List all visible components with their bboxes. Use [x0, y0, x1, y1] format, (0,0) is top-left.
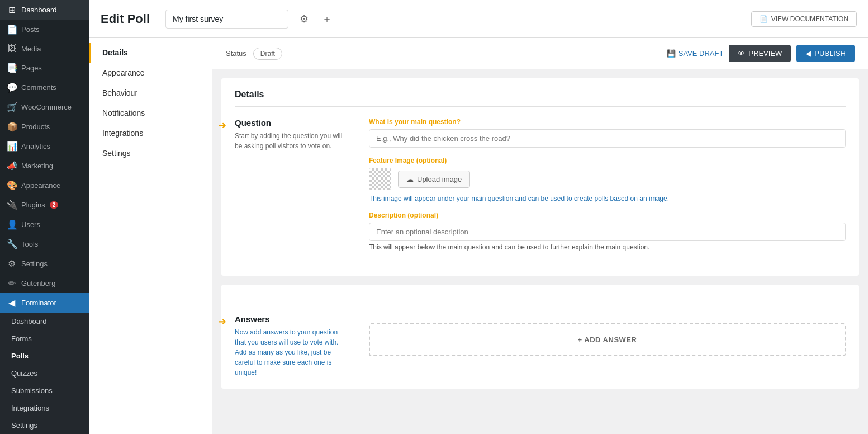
- sidebar-label-media: Media: [21, 45, 41, 53]
- left-nav-label-integrations: Integrations: [102, 129, 143, 138]
- description-field-label: Description (optional): [369, 211, 846, 219]
- image-placeholder: [369, 168, 391, 190]
- status-bar: Status Draft 💾 SAVE DRAFT 👁 PREVIEW ◀ PU…: [212, 38, 868, 69]
- sidebar-item-forminator[interactable]: ◀Forminator: [0, 293, 89, 313]
- answers-section: ➜ Answers Now add answers to your questi…: [221, 285, 859, 389]
- sidebar-sub-item-sub-integrations[interactable]: Integrations: [0, 399, 89, 417]
- sidebar-sub-item-sub-dashboard[interactable]: Dashboard: [0, 313, 89, 330]
- sub-label-sub-quizzes: Quizzes: [11, 369, 37, 378]
- feature-image-area: Feature Image (optional) ☁ Upload image …: [369, 157, 846, 202]
- comments-icon: 💬: [7, 82, 17, 93]
- sidebar-sub-item-sub-quizzes[interactable]: Quizzes: [0, 365, 89, 382]
- content-area: DetailsAppearanceBehaviourNotificationsI…: [89, 38, 868, 434]
- details-section: Details ➜ Question Start by adding the q…: [221, 78, 859, 276]
- left-nav-label-settings: Settings: [102, 149, 131, 158]
- woocommerce-icon: 🛒: [7, 102, 17, 112]
- section-divider: [235, 305, 846, 305]
- upload-image-button[interactable]: ☁ Upload image: [398, 171, 470, 188]
- users-icon: 👤: [7, 219, 17, 230]
- top-header: Edit Poll ⚙ ＋ 📄 VIEW DOCUMENTATION: [89, 0, 868, 38]
- sidebar-item-posts[interactable]: 📄Posts: [0, 20, 89, 39]
- analytics-icon: 📊: [7, 141, 17, 152]
- status-badge: Draft: [253, 48, 282, 60]
- sidebar-item-plugins[interactable]: 🔌Plugins2: [0, 195, 89, 215]
- left-nav-item-settings[interactable]: Settings: [89, 143, 212, 163]
- sidebar-item-woocommerce[interactable]: 🛒WooCommerce: [0, 97, 89, 117]
- left-nav-item-behaviour[interactable]: Behaviour: [89, 83, 212, 103]
- answers-description: Now add answers to your question that yo…: [235, 327, 347, 378]
- pages-icon: 📑: [7, 63, 17, 73]
- sidebar-label-woocommerce: WooCommerce: [21, 103, 72, 111]
- sidebar-item-users[interactable]: 👤Users: [0, 215, 89, 234]
- publish-button[interactable]: ◀ PUBLISH: [796, 45, 855, 62]
- sidebar-item-tools[interactable]: 🔧Tools: [0, 234, 89, 254]
- add-answer-container[interactable]: + ADD ANSWER: [369, 323, 846, 356]
- main-content: Edit Poll ⚙ ＋ 📄 VIEW DOCUMENTATION Detai…: [89, 0, 868, 434]
- sub-label-sub-integrations: Integrations: [11, 404, 49, 412]
- answers-arrow-icon: ➜: [218, 315, 226, 328]
- add-icon-button[interactable]: ＋: [320, 10, 334, 28]
- add-answer-button[interactable]: + ADD ANSWER: [578, 336, 637, 344]
- answers-row: ➜ Answers Now add answers to your questi…: [235, 314, 846, 378]
- sidebar-sub-item-sub-submissions[interactable]: Submissions: [0, 382, 89, 399]
- sidebar-item-analytics[interactable]: 📊Analytics: [0, 136, 89, 156]
- details-section-title: Details: [235, 89, 846, 107]
- left-nav-item-details[interactable]: Details: [89, 43, 212, 63]
- feature-image-label: Feature Image (optional): [369, 157, 846, 164]
- left-nav-label-notifications: Notifications: [102, 108, 145, 117]
- page-title: Edit Poll: [101, 12, 150, 26]
- status-label: Status: [226, 49, 246, 58]
- question-row: ➜ Question Start by adding the question …: [235, 118, 846, 251]
- sidebar-sub-item-sub-polls[interactable]: Polls: [0, 347, 89, 365]
- question-field-label: What is your main question?: [369, 118, 846, 126]
- preview-button[interactable]: 👁 PREVIEW: [729, 45, 791, 62]
- products-icon: 📦: [7, 121, 17, 132]
- feature-image-helper: This image will appear under your main q…: [369, 195, 846, 202]
- posts-icon: 📄: [7, 24, 17, 35]
- sidebar-label-gutenberg: Gutenberg: [21, 279, 55, 287]
- description-input[interactable]: [369, 223, 846, 241]
- left-nav-item-integrations[interactable]: Integrations: [89, 123, 212, 143]
- gear-icon-button[interactable]: ⚙: [297, 11, 311, 27]
- sidebar-label-forminator: Forminator: [21, 299, 56, 307]
- description-area: Description (optional) This will appear …: [369, 211, 846, 251]
- status-actions: 💾 SAVE DRAFT 👁 PREVIEW ◀ PUBLISH: [667, 45, 855, 62]
- sidebar-item-products[interactable]: 📦Products: [0, 117, 89, 136]
- sidebar-label-comments: Comments: [21, 83, 56, 92]
- left-nav-label-appearance: Appearance: [102, 68, 145, 77]
- settings-icon: ⚙: [7, 258, 17, 269]
- sidebar-sub-menu: DashboardFormsPollsQuizzesSubmissionsInt…: [0, 313, 89, 434]
- sidebar-sub-item-sub-settings[interactable]: Settings: [0, 417, 89, 434]
- sidebar-label-dashboard: Dashboard: [21, 6, 57, 14]
- left-nav-item-appearance[interactable]: Appearance: [89, 63, 212, 83]
- sub-label-sub-settings: Settings: [11, 421, 37, 430]
- gutenberg-icon: ✏: [7, 278, 17, 289]
- publish-icon: ◀: [805, 49, 811, 58]
- tools-icon: 🔧: [7, 239, 17, 249]
- sidebar-label-plugins: Plugins: [21, 201, 45, 209]
- sidebar-item-comments[interactable]: 💬Comments: [0, 78, 89, 97]
- sidebar-item-dashboard[interactable]: ⊞Dashboard: [0, 0, 89, 20]
- sidebar-item-appearance[interactable]: 🎨Appearance: [0, 176, 89, 195]
- sidebar-item-gutenberg[interactable]: ✏Gutenberg: [0, 273, 89, 293]
- sidebar-item-pages[interactable]: 📑Pages: [0, 58, 89, 78]
- poll-name-input[interactable]: [165, 10, 288, 29]
- sidebar-item-media[interactable]: 🖼Media: [0, 39, 89, 58]
- right-panel: Status Draft 💾 SAVE DRAFT 👁 PREVIEW ◀ PU…: [212, 38, 868, 434]
- sidebar-item-settings[interactable]: ⚙Settings: [0, 254, 89, 273]
- left-nav-label-behaviour: Behaviour: [102, 88, 137, 97]
- sidebar: ⊞Dashboard📄Posts🖼Media📑Pages💬Comments🛒Wo…: [0, 0, 89, 434]
- question-input[interactable]: [369, 129, 846, 148]
- question-arrow-icon: ➜: [218, 119, 226, 131]
- sidebar-sub-item-sub-forms[interactable]: Forms: [0, 330, 89, 347]
- sub-label-sub-submissions: Submissions: [11, 386, 53, 395]
- question-left: ➜ Question Start by adding the question …: [235, 118, 347, 251]
- save-draft-button[interactable]: 💾 SAVE DRAFT: [667, 49, 724, 58]
- image-upload-row: ☁ Upload image: [369, 168, 846, 190]
- left-nav-item-notifications[interactable]: Notifications: [89, 103, 212, 123]
- forminator-icon: ◀: [7, 298, 17, 308]
- left-nav-label-details: Details: [102, 48, 128, 57]
- sidebar-item-marketing[interactable]: 📣Marketing: [0, 156, 89, 176]
- view-documentation-button[interactable]: 📄 VIEW DOCUMENTATION: [751, 11, 857, 27]
- sidebar-label-pages: Pages: [21, 64, 42, 72]
